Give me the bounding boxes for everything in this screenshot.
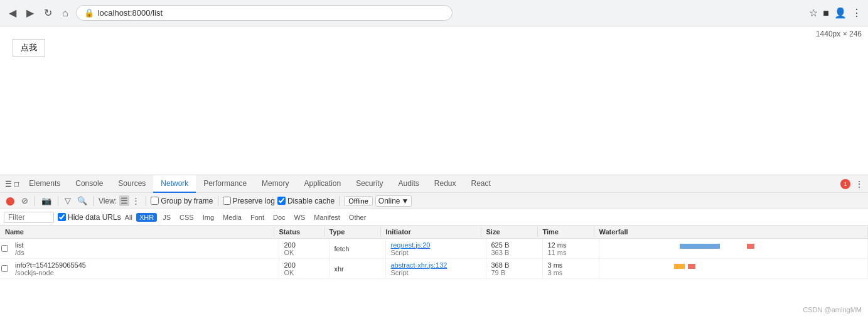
camera-button[interactable]: 📷 (40, 195, 53, 206)
th-initiator[interactable]: Initiator (381, 227, 481, 237)
td-name-2: info?t=1541259065545 /sockjs-node (10, 259, 279, 278)
tab-console[interactable]: Console (68, 175, 110, 193)
extensions-icon[interactable]: ■ (823, 8, 829, 19)
stop-button[interactable]: ⊘ (19, 195, 30, 206)
tab-memory[interactable]: Memory (254, 175, 296, 193)
record-button[interactable]: ⬤ (4, 195, 17, 206)
td-initiator-1: request.js:20 Script (386, 239, 486, 258)
td-name-1: list /ds (10, 239, 279, 258)
browser-icons-right: ☆ ■ 👤 ⋮ (809, 7, 862, 19)
list-view-button[interactable]: ☰ (119, 195, 129, 206)
view-label: View: (99, 197, 117, 205)
filter-css[interactable]: CSS (176, 213, 197, 222)
address-bar[interactable]: 🔒 localhost:8000/list (76, 5, 453, 21)
filter-manifest[interactable]: Manifest (311, 213, 343, 222)
separator-3 (94, 196, 94, 206)
tab-audits[interactable]: Audits (390, 175, 426, 193)
back-button[interactable]: ◀ (6, 6, 19, 20)
waterfall-bar-1b (747, 244, 755, 249)
dimension-text: 1440px × 246 (816, 30, 862, 38)
td-initiator-2: abstract-xhr.js:132 Script (386, 259, 486, 278)
tab-application[interactable]: Application (296, 175, 348, 193)
devtools-icon-1[interactable]: ☰ (5, 180, 12, 188)
hide-data-urls-checkbox[interactable] (58, 213, 66, 221)
disable-cache-checkbox[interactable] (277, 197, 286, 205)
tab-redux[interactable]: Redux (427, 175, 464, 193)
devtools-icon-2[interactable]: □ (14, 180, 19, 188)
row-select-2[interactable] (1, 265, 8, 272)
star-icon[interactable]: ☆ (809, 7, 818, 19)
filter-xhr[interactable]: XHR (136, 213, 157, 222)
lock-icon: 🔒 (84, 8, 94, 18)
disable-cache-label[interactable]: Disable cache (277, 197, 335, 205)
home-button[interactable]: ⌂ (60, 6, 71, 20)
more-icon[interactable]: ⋮ (855, 180, 863, 188)
grid-view-button[interactable]: ⋮ (131, 195, 141, 206)
devtools-panel: ☰ □ Elements Console Sources Network Per… (0, 175, 868, 316)
tab-sources[interactable]: Sources (110, 175, 153, 193)
filter-font[interactable]: Font (247, 213, 267, 222)
filter-img[interactable]: Img (200, 213, 217, 222)
row-checkbox-1 (0, 239, 10, 258)
online-dropdown[interactable]: Online ▼ (375, 195, 412, 207)
filter-media[interactable]: Media (220, 213, 245, 222)
tab-security[interactable]: Security (348, 175, 390, 193)
filter-other[interactable]: Other (346, 213, 370, 222)
filter-js[interactable]: JS (159, 213, 174, 222)
td-waterfall-2 (599, 259, 869, 278)
th-name[interactable]: Name (0, 227, 274, 237)
table-row[interactable]: list /ds 200 OK fetch request.js:20 Scri… (0, 239, 868, 259)
csdn-watermark: CSDN @amingMM (803, 306, 862, 313)
url-text: localhost:8000/list (98, 8, 163, 18)
preserve-log-checkbox[interactable] (223, 197, 231, 205)
group-by-frame-label[interactable]: Group by frame (151, 197, 213, 205)
filter-doc[interactable]: Doc (270, 213, 289, 222)
filter-button[interactable]: ▽ (63, 195, 73, 206)
filter-bar: Hide data URLs All XHR JS CSS Img Media … (0, 209, 868, 226)
filter-ws[interactable]: WS (291, 213, 309, 222)
chinese-button[interactable]: 点我 (13, 39, 45, 57)
td-time-1: 12 ms 11 ms (543, 239, 599, 258)
table-header: Name Status Type Initiator Size Time Wat… (0, 226, 868, 239)
th-time[interactable]: Time (538, 227, 594, 237)
td-time-2: 3 ms 3 ms (543, 259, 599, 278)
view-icons: ☰ ⋮ (119, 195, 141, 206)
filter-all[interactable]: All (125, 214, 132, 221)
th-status[interactable]: Status (274, 227, 324, 237)
dropdown-icon: ▼ (402, 197, 409, 205)
separator-1 (35, 196, 35, 206)
network-toolbar: ⬤ ⊘ 📷 ▽ 🔍 View: ☰ ⋮ Group by frame Prese… (0, 193, 868, 209)
filter-input[interactable] (4, 212, 54, 223)
td-size-1: 625 B 363 B (486, 239, 543, 258)
row-checkbox-2 (0, 259, 10, 278)
preserve-log-label[interactable]: Preserve log (223, 197, 275, 205)
th-type[interactable]: Type (324, 227, 381, 237)
td-type-2: xhr (330, 259, 386, 278)
td-waterfall-1 (599, 239, 869, 258)
separator-6 (339, 196, 340, 206)
tab-performance[interactable]: Performance (196, 175, 254, 193)
th-waterfall[interactable]: Waterfall (594, 227, 869, 237)
th-size[interactable]: Size (481, 227, 538, 237)
offline-button[interactable]: Offline (344, 196, 373, 206)
group-by-frame-checkbox[interactable] (151, 197, 159, 205)
td-status-2: 200 OK (279, 259, 330, 278)
hide-data-urls-label[interactable]: Hide data URLs (58, 213, 121, 222)
tab-react[interactable]: React (464, 175, 498, 193)
tab-elements[interactable]: Elements (21, 175, 68, 193)
user-icon[interactable]: 👤 (834, 7, 847, 19)
reload-button[interactable]: ↻ (41, 6, 55, 20)
row-select-1[interactable] (1, 245, 8, 252)
devtools-tab-right: 1 ⋮ (840, 179, 865, 189)
search-button[interactable]: 🔍 (75, 195, 89, 206)
td-status-1: 200 OK (279, 239, 330, 258)
devtools-tab-icons: ☰ □ (3, 180, 21, 188)
waterfall-bar-2 (674, 264, 685, 269)
table-row[interactable]: info?t=1541259065545 /sockjs-node 200 OK… (0, 259, 868, 279)
separator-4 (146, 196, 146, 206)
forward-button[interactable]: ▶ (24, 6, 36, 20)
settings-icon[interactable]: ⋮ (852, 7, 862, 19)
tab-network[interactable]: Network (153, 175, 196, 193)
td-size-2: 368 B 79 B (486, 259, 543, 278)
filter-types: XHR JS CSS Img Media Font Doc WS Manifes… (136, 213, 369, 222)
